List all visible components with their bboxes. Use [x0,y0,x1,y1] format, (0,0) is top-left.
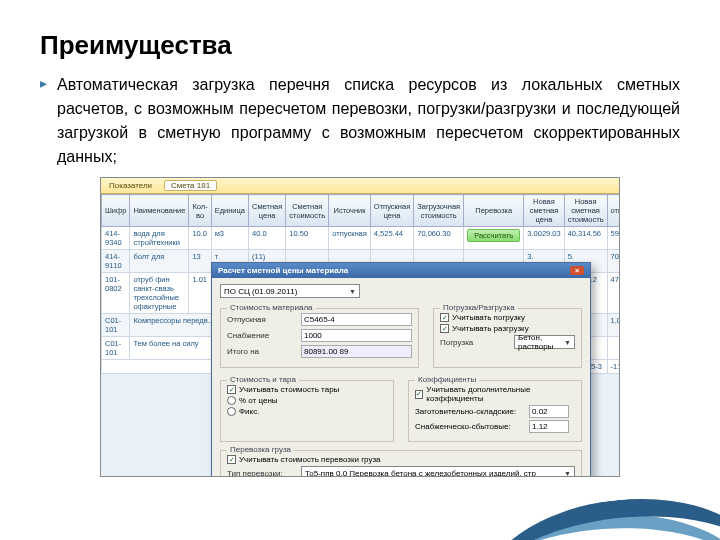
transport-type-dropdown[interactable]: То5-ппв 0.0 Перевозка бетона с железобет… [301,466,575,477]
bullet-icon: ▸ [40,73,47,169]
group-loading: Погрузка/Разгрузка ✓Учитывать погрузку ✓… [433,308,582,368]
radio-percent[interactable]: % от цены [227,396,387,405]
chk-transport[interactable]: ✓Учитывать стоимость перевозки груза [227,455,575,464]
col-header[interactable]: Единица [211,195,248,227]
col-header[interactable]: Сметная стоимость [286,195,329,227]
calc-button[interactable]: Рассчитать [467,229,520,242]
slide-title: Преимущества [40,30,680,61]
col-header[interactable]: Кол-во [189,195,211,227]
source-dropdown[interactable]: ПО СЦ (01.09.2011)▼ [220,284,360,298]
col-header[interactable]: Наименование [130,195,189,227]
load-type-dropdown[interactable]: Бетон, растворы▼ [514,335,575,349]
k1-input[interactable] [529,405,569,418]
tab-estimate[interactable]: Смета 181 [164,180,217,191]
chevron-down-icon: ▼ [349,288,356,295]
chk-tare[interactable]: ✓Учитывать стоимость тары [227,385,387,394]
col-header[interactable]: Сметная цена [249,195,286,227]
tab-indicators[interactable]: Показатели [109,181,152,190]
col-header[interactable]: Шифр [102,195,130,227]
otpusk-input[interactable] [301,313,412,326]
bullet-text: Автоматическая загрузка перечня списка р… [57,73,680,169]
itogo-input [301,345,412,358]
chk-koef[interactable]: ✓Учитывать дополнительные коэффициенты [415,385,575,403]
table-row[interactable]: 414-9340вода для стройтехники10.0м340.01… [102,227,621,250]
dialog-title-text: Расчет сметной цены материала [218,266,348,275]
col-header[interactable]: Перевозка [464,195,524,227]
radio-fixed[interactable]: Фикс. [227,407,387,416]
close-icon[interactable]: × [570,266,584,275]
col-header[interactable]: % отклонения цен [607,195,620,227]
snab-input[interactable] [301,329,412,342]
group-mass-tare: Стоимость и тара ✓Учитывать стоимость та… [220,380,394,442]
col-header[interactable]: Отпускная цена [370,195,413,227]
dialog-titlebar[interactable]: Расчет сметной цены материала × [212,263,590,278]
group-transport: Перевозка груза ✓Учитывать стоимость пер… [220,450,582,477]
group-material-cost: Стоимость материала Отпускная Снабжение … [220,308,419,368]
app-toolbar: Показатели Смета 181 [101,178,619,194]
col-header[interactable]: Новая сметная цена [524,195,564,227]
col-header[interactable]: Новая сметная стоимость [564,195,607,227]
col-header[interactable]: Источник [329,195,371,227]
app-screenshot: Показатели Смета 181 ШифрНаименованиеКол… [100,177,620,477]
chk-load[interactable]: ✓Учитывать погрузку [440,313,575,322]
slide-decoration [500,480,720,540]
group-koef: Коэффициенты ✓Учитывать дополнительные к… [408,380,582,442]
chk-unload[interactable]: ✓Учитывать разгрузку [440,324,575,333]
k2-input[interactable] [529,420,569,433]
price-calc-dialog: Расчет сметной цены материала × ПО СЦ (0… [211,262,591,477]
col-header[interactable]: Загрузочная стоимость [414,195,464,227]
